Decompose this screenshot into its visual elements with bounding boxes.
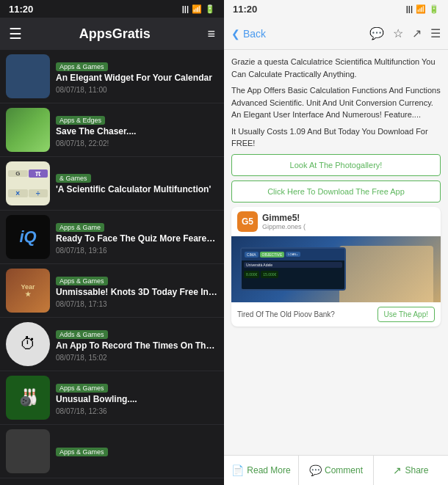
app-date: 08/07/18, 22:02! [56,139,218,147]
ad-icon: G5 [237,211,258,232]
list-item[interactable]: Apps & Games An Elegant Widget For Your … [0,50,224,103]
ad-image-background [339,246,433,302]
ad-footer: Tired Of The Old Pioov Bank? Use The App… [231,302,441,327]
app-title: AppsGratis [79,26,151,42]
phone-row: Università Adele [244,262,342,268]
grid-menu-icon[interactable]: ☰ [9,25,22,43]
share-icon[interactable]: ↗ [412,26,422,40]
app-info: Apps & Game Ready To Face The Quiz More … [56,219,218,255]
read-more-label: Read More [247,465,290,475]
right-panel: 11:20 ||| 📶 🔋 ❮ Back 💬 ☆ ↗ ☰ Grazie a qu… [224,0,448,485]
time-right: 11:20 [233,4,257,15]
status-icons-right: ||| 📶 🔋 [406,4,439,14]
content-paragraph-2: The App Offers Basic Calculation Functio… [231,84,441,121]
battery-icon-left: 🔋 [205,4,215,14]
app-date: 08/07/18, 12:36 [56,407,218,415]
app-info: & Games 'A Scientific Calculator Multifu… [56,170,218,197]
comment-icon: 💬 [309,464,322,476]
wifi-icon-right: 📶 [416,4,426,14]
chat-icon[interactable]: 💬 [369,26,384,40]
back-button-group[interactable]: ❮ Back [231,28,266,40]
list-item[interactable]: Year★ Apps & Games Unmissable! Knots 3D … [0,264,224,318]
app-title-text: An Elegant Widget For Your Calendar [56,73,218,84]
app-category: & Games [56,174,91,183]
star-icon[interactable]: ☆ [393,26,403,40]
comment-button[interactable]: 💬 Comment [299,456,374,485]
ad-header: G5 Gimme5! Gippme.ones ( [231,207,441,236]
app-info: Apps & Games An Elegant Widget For Your … [56,59,218,94]
phone-header: CIMA OBJECTIVE LOAN+ [242,249,344,260]
settings-icon[interactable]: ≡ [207,26,215,42]
app-thumbnail: ⏱ [6,322,50,366]
app-thumbnail [6,54,50,98]
app-category: Apps & Games [56,277,108,285]
phone-mockup: CIMA OBJECTIVE LOAN+ Università Adele 8.… [240,247,346,291]
ad-title-group: Gimme5! Gippme.ones ( [262,213,306,230]
signal-icon-left: ||| [182,4,189,13]
left-panel: 11:20 ||| 📶 🔋 ☰ AppsGratis ≡ [0,0,224,485]
download-button[interactable]: Click Here To Download The Free App [231,180,441,203]
app-category: Apps & Games [56,62,108,71]
signal-icon-right: ||| [406,4,413,13]
app-date: 08/07/18, 15:02 [56,354,218,362]
share-action-icon: ↗ [393,464,402,476]
battery-icon-right: 🔋 [429,4,439,14]
phone-body: Università Adele 8.000€ 15.000€ [242,260,344,289]
app-info: Apps & Edges Save The Chaser.... 08/07/1… [56,112,218,147]
app-thumbnail: Year★ [6,269,50,313]
ad-card: G5 Gimme5! Gippme.ones ( CIMA OBJECTIVE … [231,207,441,327]
app-title-text: 'A Scientific Calculator Multifunction' [56,184,218,196]
list-item[interactable]: iQ Apps & Game Ready To Face The Quiz Mo… [0,211,224,264]
phone-tab-2: OBJECTIVE [260,252,285,258]
app-title-text: Unmissable! Knots 3D Today Free Instead … [56,287,218,299]
app-title-text: An App To Record The Times On The Ride O… [56,340,218,352]
app-thumbnail [6,429,50,473]
content-area: Grazie a questa Calculatrice Scientifica… [224,50,448,455]
comment-label: Comment [325,465,363,475]
app-date: 08/07/18, 19:16 [56,247,218,255]
list-item[interactable]: G π × ÷ & Games 'A Scientific Calculator… [0,157,224,211]
app-info: Apps & Games Unusual Bowling.... 08/07/1… [56,380,218,415]
read-more-icon: 📄 [231,464,244,476]
app-list: Apps & Games An Elegant Widget For Your … [0,50,224,485]
app-category: Apps & Games [56,448,108,456]
app-date: 08/07/18, 11:00 [56,86,218,94]
app-category: Adds & Games [56,330,108,339]
list-item[interactable]: ⏱ Adds & Games An App To Record The Time… [0,318,224,371]
app-info: Adds & Games An App To Record The Times … [56,327,218,362]
phone-tab-3: LOAN+ [286,252,300,257]
app-thumbnail: G π × ÷ [6,161,50,205]
menu-icon[interactable]: ☰ [430,26,441,40]
content-paragraph-1: Grazie a questa Calculatrice Scientifica… [231,56,441,80]
read-more-button[interactable]: 📄 Read More [224,456,299,485]
share-label: Share [405,465,428,475]
header-action-icons: 💬 ☆ ↗ ☰ [369,26,441,40]
ad-subtitle: Gippme.ones ( [262,223,306,230]
back-label[interactable]: Back [243,28,266,40]
status-bar-left: 11:20 ||| 📶 🔋 [0,0,224,18]
ad-title: Gimme5! [262,213,306,223]
app-info: Apps & Games [56,444,218,459]
header-right: ❮ Back 💬 ☆ ↗ ☰ [224,18,448,50]
amount-1: 8.000€ [244,271,259,278]
list-item[interactable]: 🎳 Apps & Games Unusual Bowling.... 08/07… [0,371,224,425]
gallery-button[interactable]: Look At The Photogallery! [231,154,441,176]
use-app-button[interactable]: Use The App! [377,307,435,322]
app-title-text: Ready To Face The Quiz More Feared The W… [56,233,218,245]
app-thumbnail [6,108,50,152]
app-title-text: Save The Chaser.... [56,126,218,138]
list-item[interactable]: Apps & Edges Save The Chaser.... 08/07/1… [0,103,224,157]
back-arrow-icon: ❮ [231,28,240,40]
share-button[interactable]: ↗ Share [374,456,448,485]
app-title-text: Unusual Bowling.... [56,394,218,406]
status-icons-left: ||| 📶 🔋 [182,4,215,14]
phone-tab-1: CIMA [245,252,259,258]
bottom-actions: 📄 Read More 💬 Comment ↗ Share [224,455,448,485]
app-category: Apps & Games [56,384,108,393]
ad-image: CIMA OBJECTIVE LOAN+ Università Adele 8.… [231,236,441,302]
app-thumbnail: 🎳 [6,376,50,420]
app-info: Apps & Games Unmissable! Knots 3D Today … [56,273,218,308]
time-left: 11:20 [9,4,33,15]
list-item[interactable]: Apps & Games [0,425,224,478]
ad-description: Tired Of The Old Pioov Bank? [237,310,335,318]
